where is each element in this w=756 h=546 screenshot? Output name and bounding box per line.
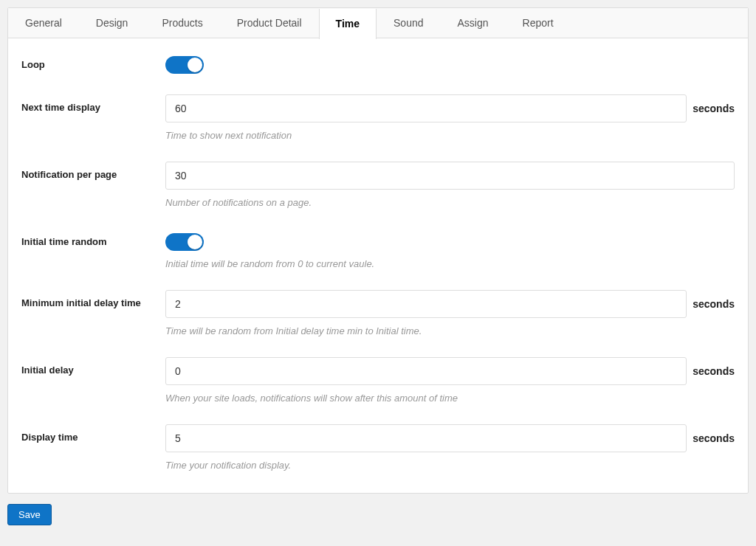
tab-content-time: Loop Next time display seconds Time to s…	[8, 38, 748, 493]
settings-panel: General Design Products Product Detail T…	[7, 7, 749, 494]
tab-product-detail[interactable]: Product Detail	[220, 8, 319, 38]
label-initial-time-random: Initial time random	[21, 229, 165, 247]
input-min-initial-delay[interactable]	[165, 290, 687, 318]
input-notification-per-page[interactable]	[165, 162, 735, 190]
field-min-initial-delay: Minimum initial delay time seconds Time …	[21, 290, 735, 336]
field-next-time-display: Next time display seconds Time to show n…	[21, 94, 735, 141]
tab-sound[interactable]: Sound	[377, 8, 440, 38]
field-display-time: Display time seconds Time your notificat…	[21, 424, 735, 471]
suffix-seconds: seconds	[693, 365, 735, 377]
tab-assign[interactable]: Assign	[441, 8, 506, 38]
label-initial-delay: Initial delay	[21, 357, 165, 376]
help-notification-per-page: Number of notifications on a page.	[165, 197, 735, 208]
toggle-loop[interactable]	[165, 56, 204, 74]
field-initial-delay: Initial delay seconds When your site loa…	[21, 357, 735, 404]
tabs-nav: General Design Products Product Detail T…	[8, 8, 748, 38]
suffix-seconds: seconds	[693, 432, 735, 444]
help-initial-time-random: Initial time will be random from 0 to cu…	[165, 258, 735, 269]
tab-products[interactable]: Products	[145, 8, 219, 38]
help-display-time: Time your notification display.	[165, 460, 735, 471]
label-notification-per-page: Notification per page	[21, 162, 165, 180]
toggle-initial-time-random[interactable]	[165, 233, 204, 251]
label-loop: Loop	[21, 52, 165, 70]
tab-general[interactable]: General	[8, 8, 79, 38]
suffix-seconds: seconds	[693, 298, 735, 310]
label-next-time-display: Next time display	[21, 94, 165, 113]
help-initial-delay: When your site loads, notifications will…	[165, 393, 735, 404]
input-initial-delay[interactable]	[165, 357, 687, 385]
field-notification-per-page: Notification per page Number of notifica…	[21, 162, 735, 208]
help-next-time-display: Time to show next notification	[165, 130, 735, 141]
suffix-seconds: seconds	[693, 103, 735, 114]
field-loop: Loop	[21, 52, 735, 74]
tab-time[interactable]: Time	[319, 9, 377, 39]
label-display-time: Display time	[21, 424, 165, 443]
label-min-initial-delay: Minimum initial delay time	[21, 290, 165, 308]
tab-report[interactable]: Report	[506, 8, 571, 38]
input-next-time-display[interactable]	[165, 94, 687, 122]
input-display-time[interactable]	[165, 424, 687, 452]
help-min-initial-delay: Time will be random from Initial delay t…	[165, 325, 735, 336]
toggle-knob-icon	[188, 235, 202, 249]
field-initial-time-random: Initial time random Initial time will be…	[21, 229, 735, 269]
tab-design[interactable]: Design	[79, 8, 145, 38]
toggle-knob-icon	[188, 58, 202, 72]
save-button[interactable]: Save	[7, 504, 52, 525]
